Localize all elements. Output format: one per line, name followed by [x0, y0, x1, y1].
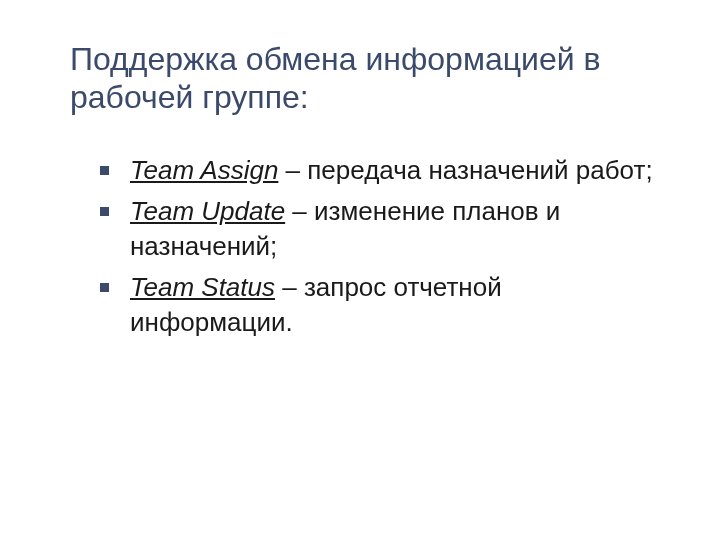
desc: – передача назначений работ;: [278, 155, 652, 185]
bullet-list: Team Assign – передача назначений работ;…: [70, 153, 660, 340]
term: Team Status: [130, 272, 275, 302]
term: Team Assign: [130, 155, 278, 185]
term: Team Update: [130, 196, 285, 226]
slide-title: Поддержка обмена информацией в рабочей г…: [70, 40, 660, 117]
list-item: Team Assign – передача назначений работ;: [100, 153, 660, 188]
list-item: Team Update – изменение планов и назначе…: [100, 194, 660, 264]
list-item: Team Status – запрос отчетной информации…: [100, 270, 660, 340]
